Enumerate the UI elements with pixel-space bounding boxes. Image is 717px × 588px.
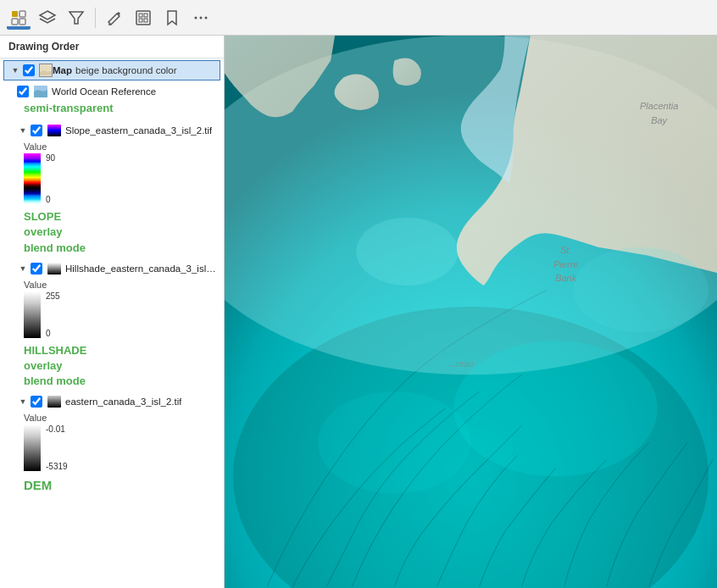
hillshade-expand: ▼ — [17, 263, 29, 275]
bookmark-icon[interactable] — [160, 6, 184, 30]
svg-marker-5 — [69, 12, 83, 24]
svg-rect-3 — [19, 19, 25, 25]
dem-value-label: Value — [24, 413, 215, 423]
map-layer-icon — [39, 64, 53, 77]
hillshade-min-label: 0 — [46, 329, 60, 338]
pencil-icon[interactable] — [103, 6, 126, 30]
slope-color-bar — [24, 153, 41, 204]
svg-rect-0 — [12, 11, 18, 17]
world-ocean-overlay: semi-transparent — [0, 101, 224, 121]
slope-icon — [47, 124, 62, 137]
dem-value-labels: -0.01 -5319 — [46, 424, 68, 471]
world-ocean-checkbox[interactable] — [17, 86, 29, 97]
filter-icon[interactable] — [64, 6, 88, 30]
slope-value-labels: 90 0 — [46, 153, 55, 204]
dem-legend: Value -0.01 -5319 — [0, 411, 224, 474]
svg-point-26 — [573, 247, 709, 332]
toolbar-separator — [95, 8, 96, 28]
svg-marker-4 — [40, 11, 55, 19]
svg-rect-9 — [144, 14, 147, 17]
hillshade-legend: Value 255 0 — [0, 278, 224, 341]
grid-icon[interactable] — [131, 6, 155, 30]
slope-layer-item[interactable]: ▼ Slope_eastern_canada_3_isl_2.tif — [0, 121, 224, 140]
svg-rect-10 — [139, 19, 142, 22]
svg-rect-2 — [12, 19, 18, 25]
svg-point-24 — [318, 391, 470, 493]
map-svg — [225, 36, 717, 588]
toolbar — [0, 0, 717, 36]
hillshade-value-labels: 255 0 — [46, 291, 60, 338]
hillshade-bar-row: 255 0 — [24, 291, 215, 338]
hillshade-icon — [47, 262, 62, 275]
slope-max-label: 90 — [46, 153, 55, 163]
dem-checkbox[interactable] — [31, 396, 42, 408]
left-panel: Drawing Order ▼ Map beige background col… — [0, 36, 225, 588]
slope-overlay-label: SLOPEoverlayblend mode — [0, 208, 224, 259]
slope-checkbox[interactable] — [31, 125, 42, 136]
dem-max-label: -0.01 — [46, 424, 68, 434]
slope-layer-label: Slope_eastern_canada_3_isl_2.tif — [65, 125, 212, 136]
slope-min-label: 0 — [46, 195, 55, 204]
world-ocean-item[interactable]: World Ocean Reference — [0, 82, 224, 101]
svg-rect-1 — [19, 11, 25, 17]
contents-icon[interactable] — [7, 6, 31, 30]
svg-point-12 — [195, 16, 197, 19]
hillshade-value-label: Value — [24, 280, 215, 290]
dem-bar-row: -0.01 -5319 — [24, 424, 215, 471]
map-layer-label: Map — [53, 65, 72, 75]
hillshade-checkbox[interactable] — [31, 263, 42, 275]
dem-layer-label: eastern_canada_3_isl_2.tif — [65, 397, 181, 407]
world-ocean-icon — [33, 85, 48, 98]
map-area: PlacentiaBay St.PierreBank GrandBanksofN… — [225, 36, 717, 588]
main-area: Drawing Order ▼ Map beige background col… — [0, 36, 717, 588]
layers-icon[interactable] — [36, 6, 59, 30]
map-layer-header[interactable]: ▼ Map beige background color — [3, 60, 220, 80]
dem-expand: ▼ — [17, 396, 29, 408]
slope-legend: Value 90 0 — [0, 140, 224, 208]
map-layer-sublabel: beige background color — [75, 65, 177, 75]
svg-point-25 — [356, 218, 458, 286]
hillshade-layer-item[interactable]: ▼ Hillshade_eastern_canada_3_isl_2.tif — [0, 259, 224, 278]
expand-arrow: ▼ — [9, 64, 21, 76]
slope-expand: ▼ — [17, 125, 29, 136]
svg-point-13 — [200, 16, 203, 19]
world-ocean-label: World Ocean Reference — [52, 86, 156, 97]
slope-bar-row: 90 0 — [24, 153, 215, 204]
svg-rect-7 — [136, 11, 150, 25]
dem-layer-item[interactable]: ▼ eastern_canada_3_isl_2.tif — [0, 392, 224, 411]
dem-overlay-label: DEM — [0, 474, 224, 497]
hillshade-overlay-label: HILLSHADEoverlayblend mode — [0, 341, 224, 393]
panel-title: Drawing Order — [0, 36, 224, 58]
map-layer-checkbox[interactable] — [23, 64, 35, 76]
hillshade-layer-label: Hillshade_eastern_canada_3_isl_2.tif — [65, 263, 219, 274]
dem-icon — [47, 395, 62, 408]
svg-point-14 — [205, 16, 208, 19]
hillshade-color-bar — [24, 291, 41, 338]
svg-rect-8 — [139, 14, 142, 17]
hillshade-max-label: 255 — [46, 291, 60, 301]
dem-color-bar — [24, 424, 41, 471]
svg-rect-18 — [47, 263, 61, 275]
dem-min-label: -5319 — [46, 462, 68, 471]
svg-rect-11 — [144, 19, 147, 22]
more-icon[interactable] — [189, 6, 213, 30]
slope-value-label: Value — [24, 141, 215, 152]
svg-rect-17 — [47, 125, 61, 136]
svg-point-23 — [453, 341, 657, 476]
svg-rect-19 — [47, 396, 61, 408]
